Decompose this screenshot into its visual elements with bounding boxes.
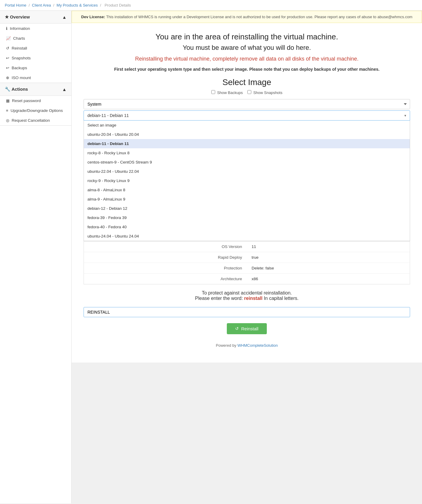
show-backups-label[interactable]: Show Backups xyxy=(211,90,244,95)
show-snapshots-text: Show Snapshots xyxy=(253,90,283,95)
select-image-title: Select Image xyxy=(84,78,410,87)
charts-icon: 📈 xyxy=(6,36,11,41)
image-dropdown-selected: debian-11 - Debian 11 xyxy=(87,113,129,118)
wrench-icon: 🔧 xyxy=(5,87,12,92)
dev-license-bold: Dev License: xyxy=(81,15,105,19)
sidebar-item-backups[interactable]: ↩ Backups xyxy=(0,63,71,73)
breadcrumb: Portal Home / Client Area / My Products … xyxy=(0,0,422,11)
image-option-debian-12[interactable]: debian-12 - Debian 12 xyxy=(84,204,410,213)
sidebar-item-upgrade-downgrade[interactable]: ≡ Upgrade/Downgrade Options xyxy=(0,106,71,115)
sidebar-item-snapshots[interactable]: ↩ Snapshots xyxy=(0,53,71,63)
image-option-ubuntu-20[interactable]: ubuntu-20.04 - Ubuntu 20.04 xyxy=(84,130,410,139)
reinstall-title-line2: You must be aware of what you will do he… xyxy=(84,44,410,52)
breadcrumb-sep3: / xyxy=(100,3,102,7)
powered-by-link[interactable]: WHMCompleteSolution xyxy=(238,343,278,348)
snapshots-icon: ↩ xyxy=(6,56,9,60)
image-option-rocky-8[interactable]: rocky-8 - Rocky Linux 8 xyxy=(84,148,410,158)
show-backups-checkbox[interactable] xyxy=(211,90,215,94)
show-snapshots-checkbox[interactable] xyxy=(247,90,251,94)
image-info-table: OS Version 11 Rapid Deploy true Protecti… xyxy=(84,241,410,284)
image-option-centos-stream-9[interactable]: centos-stream-9 - CentOS Stream 9 xyxy=(84,158,410,167)
image-dropdown-container: debian-11 - Debian 11 ▼ Select an image … xyxy=(84,110,410,241)
reinstall-note: First select your operating system type … xyxy=(84,67,410,72)
image-option-rocky-9[interactable]: rocky-9 - Rocky Linux 9 xyxy=(84,176,410,185)
info-value-rapid-deploy: true xyxy=(247,252,410,263)
breadcrumb-client-area[interactable]: Client Area xyxy=(32,3,51,7)
chevron-up-icon: ▲ xyxy=(62,15,67,20)
sidebar-item-charts[interactable]: 📈 Charts xyxy=(0,33,71,43)
breadcrumb-product-details: Product Details xyxy=(104,3,131,7)
sidebar-label-reset-password: Reset password xyxy=(12,98,41,103)
image-dropdown-list: Select an image ubuntu-20.04 - Ubuntu 20… xyxy=(84,121,410,241)
breadcrumb-my-products[interactable]: My Products & Services xyxy=(57,3,98,7)
protection-line2-pre: Please enter the word: xyxy=(195,296,244,301)
sidebar-actions-section: 🔧 Actions ▲ ▦ Reset password ≡ Upgrade/D… xyxy=(0,83,71,126)
sidebar-item-reset-password[interactable]: ▦ Reset password xyxy=(0,96,71,106)
sidebar-overview-section: ★ Overview ▲ ℹ Information 📈 Charts ↺ Re… xyxy=(0,11,71,83)
image-dropdown-chevron: ▼ xyxy=(404,114,407,117)
sidebar-label-charts: Charts xyxy=(13,36,25,41)
sidebar-item-reinstall[interactable]: ↺ Reinstall xyxy=(0,43,71,53)
info-label-rapid-deploy: Rapid Deploy xyxy=(84,252,247,263)
protection-section: To protect against accidental reinstalla… xyxy=(84,284,410,304)
checkboxes-group: Show Backups Show Snapshots xyxy=(84,90,410,95)
sidebar-actions-label: 🔧 Actions xyxy=(5,87,28,92)
sidebar-item-information[interactable]: ℹ Information xyxy=(0,24,71,33)
show-backups-text: Show Backups xyxy=(217,90,243,95)
iso-mount-icon: ⊕ xyxy=(6,75,9,80)
sidebar-overview-header[interactable]: ★ Overview ▲ xyxy=(0,11,71,24)
info-label-os-version: OS Version xyxy=(84,241,247,252)
show-snapshots-label[interactable]: Show Snapshots xyxy=(247,90,282,95)
reinstall-button[interactable]: ↺ Reinstall xyxy=(227,323,267,334)
info-row-architecture: Architecture x86 xyxy=(84,273,410,284)
reinstall-button-wrapper: ↺ Reinstall xyxy=(84,323,410,334)
image-option-debian-11[interactable]: debian-11 - Debian 11 xyxy=(84,139,410,148)
system-dropdown-group: System xyxy=(84,99,410,110)
breadcrumb-portal-home[interactable]: Portal Home xyxy=(5,3,26,7)
main-content: Dev License: This installation of WHMCS … xyxy=(72,11,422,503)
sidebar-actions-header[interactable]: 🔧 Actions ▲ xyxy=(0,83,71,96)
system-dropdown[interactable]: System xyxy=(84,99,410,109)
dev-license-text: This installation of WHMCS is running un… xyxy=(106,15,412,19)
info-value-os-version: 11 xyxy=(247,241,410,252)
image-dropdown-display[interactable]: debian-11 - Debian 11 ▼ xyxy=(84,110,410,121)
reinstall-confirm-input[interactable] xyxy=(84,307,410,317)
sidebar-item-iso-mount[interactable]: ⊕ ISO mount xyxy=(0,73,71,83)
reinstall-warning-text: Reinstalling the virtual machine, comple… xyxy=(84,55,410,63)
breadcrumb-sep1: / xyxy=(29,3,31,7)
reinstall-input-wrapper xyxy=(84,307,410,317)
image-option-alma-9[interactable]: alma-9 - AlmaLinux 9 xyxy=(84,195,410,204)
reinstall-btn-label: Reinstall xyxy=(241,326,258,331)
info-icon: ℹ xyxy=(6,26,7,31)
sidebar-label-information: Information xyxy=(10,26,30,31)
sidebar-overview-label: ★ Overview xyxy=(5,14,30,20)
sidebar-label-backups: Backups xyxy=(12,66,27,70)
sidebar-item-request-cancellation[interactable]: ◎ Request Cancellation xyxy=(0,115,71,125)
protection-line2: Please enter the word: reinstall In capi… xyxy=(84,296,410,301)
info-row-protection: Protection Delete: false xyxy=(84,263,410,273)
backups-icon: ↩ xyxy=(6,66,9,70)
upgrade-downgrade-icon: ≡ xyxy=(6,108,8,113)
image-option-fedora-39[interactable]: fedora-39 - Fedora 39 xyxy=(84,213,410,222)
image-option-alma-8[interactable]: alma-8 - AlmaLinux 8 xyxy=(84,185,410,195)
star-icon: ★ xyxy=(5,14,10,19)
image-option-select[interactable]: Select an image xyxy=(84,121,410,130)
info-value-protection: Delete: false xyxy=(247,263,410,273)
info-value-architecture: x86 xyxy=(247,273,410,284)
image-option-ubuntu-22[interactable]: ubuntu-22.04 - Ubuntu 22.04 xyxy=(84,167,410,176)
reinstall-btn-icon: ↺ xyxy=(235,326,239,331)
info-row-rapid-deploy: Rapid Deploy true xyxy=(84,252,410,263)
dev-license-banner: Dev License: This installation of WHMCS … xyxy=(72,11,422,23)
request-cancellation-icon: ◎ xyxy=(6,118,9,123)
image-option-ubuntu-24[interactable]: ubuntu-24.04 - Ubuntu 24.04 xyxy=(84,232,410,241)
info-row-os-version: OS Version 11 xyxy=(84,241,410,252)
protection-line1: To protect against accidental reinstalla… xyxy=(84,290,410,296)
reinstall-icon: ↺ xyxy=(6,46,9,50)
sidebar-label-reinstall: Reinstall xyxy=(12,46,27,50)
sidebar-label-upgrade-downgrade: Upgrade/Downgrade Options xyxy=(11,108,63,113)
image-option-fedora-40[interactable]: fedora-40 - Fedora 40 xyxy=(84,222,410,232)
sidebar-label-snapshots: Snapshots xyxy=(12,56,31,60)
reinstall-title-line1: You are in the area of reinstalling the … xyxy=(84,32,410,42)
sidebar-label-request-cancellation: Request Cancellation xyxy=(12,118,50,123)
protection-word: reinstall xyxy=(244,296,262,301)
